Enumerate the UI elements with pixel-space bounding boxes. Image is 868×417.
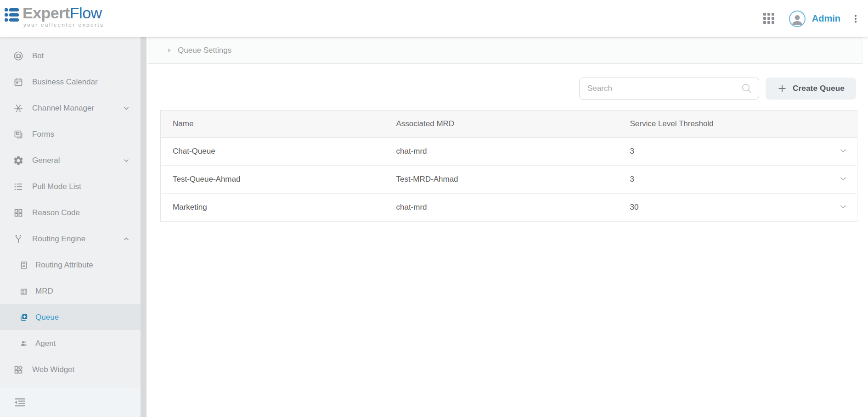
sidebar-item-pull-mode-list[interactable]: Pull Mode List [0,173,141,200]
cell-service-level-threshold: 3 [618,166,830,194]
chevron-up-icon [122,235,130,243]
document-icon [19,261,28,270]
kebab-menu-icon[interactable] [851,13,861,25]
sidebar-item-reason-code[interactable]: Reason Code [0,200,141,226]
search-icon [740,82,753,95]
channel-hub-icon [13,103,24,114]
cell-service-level-threshold: 3 [618,138,830,166]
breadcrumb: Queue Settings [148,37,862,64]
expertflow-logo: ExpertFlow your callcenter experts [5,5,104,28]
building-icon [19,287,28,296]
cell-name: Chat-Queue [161,138,384,166]
sidebar-item-label: Reason Code [32,208,80,217]
sidebar-item-label: Agent [35,339,56,348]
sidebar-scrollbar[interactable] [141,37,147,417]
page-title: Queue Settings [178,46,231,55]
widgets-icon [13,364,24,375]
person-silhouette-icon [790,12,804,26]
column-header-name: Name [161,111,384,138]
chevron-down-icon [122,104,130,112]
sidebar-item-routing-engine[interactable]: Routing Engine [0,226,141,252]
table-row: Chat-Queue chat-mrd 3 [161,138,857,166]
sidebar-item-routing-attribute[interactable]: Routing Attribute [0,252,141,278]
logo-tagline: your callcenter experts [23,22,104,28]
queue-add-icon [19,313,28,322]
cell-associated-mrd: chat-mrd [384,138,618,166]
row-expand-chevron[interactable] [838,145,848,156]
table-header-row: Name Associated MRD Service Level Thresh… [161,111,857,138]
app-header: ExpertFlow your callcenter experts Admin [0,0,868,37]
create-queue-label: Create Queue [793,84,845,93]
agents-icon [19,339,28,348]
table-row: Marketing chat-mrd 30 [161,194,857,222]
cell-name: Marketing [161,194,384,222]
expertflow-logo-icon [5,8,19,22]
list-icon [13,181,24,192]
page: ExpertFlow your callcenter experts Admin [0,0,868,417]
cell-associated-mrd: Test-MRD-Ahmad [384,166,618,194]
header-right-cluster: Admin [763,0,861,37]
sidebar-item-label: Bot [32,51,44,61]
sidebar-item-forms[interactable]: Forms [0,121,141,147]
queue-table: Name Associated MRD Service Level Thresh… [160,110,857,222]
sidebar-footer [0,388,141,417]
table-row: Test-Queue-Ahmad Test-MRD-Ahmad 3 [161,166,857,194]
user-name[interactable]: Admin [812,13,840,24]
apps-grid-icon[interactable] [763,13,775,25]
sidebar-item-label: Routing Attribute [35,261,93,270]
plus-icon [777,83,787,94]
sidebar-item-label: Forms [32,130,54,139]
column-header-associated-mrd: Associated MRD [384,111,618,138]
user-avatar[interactable] [789,11,806,27]
bot-icon [13,50,24,61]
sidebar-item-label: Routing Engine [32,234,85,244]
sidebar-nav: Bot Business Calendar [0,37,141,383]
squares-grid-icon [13,207,24,218]
logo-text: ExpertFlow your callcenter experts [23,5,104,28]
sidebar-item-channel-manager[interactable]: Channel Manager [0,95,141,121]
breadcrumb-caret-icon [166,47,173,54]
sidebar-item-web-widget[interactable]: Web Widget [0,356,141,383]
forms-icon [13,129,24,140]
column-header-expander [830,111,857,138]
cell-service-level-threshold: 30 [618,194,830,222]
cell-name: Test-Queue-Ahmad [161,166,384,194]
calendar-icon [13,77,24,88]
logo-text-flow: Flow [70,4,102,22]
route-fork-icon [13,234,24,245]
row-expand-chevron[interactable] [838,173,848,183]
sidebar-item-label: Pull Mode List [32,182,81,191]
sidebar: Bot Business Calendar [0,37,141,417]
cell-associated-mrd: chat-mrd [384,194,618,222]
sidebar-item-label: Business Calendar [32,78,98,87]
search-box [579,78,759,100]
sidebar-item-mrd[interactable]: MRD [0,278,141,304]
sidebar-item-bot[interactable]: Bot [0,43,141,69]
sidebar-item-label: Queue [35,313,59,322]
sidebar-item-queue[interactable]: Queue [0,304,141,330]
logo-text-expert: Expert [23,4,70,22]
row-expand-chevron[interactable] [838,201,848,211]
sidebar-item-label: Channel Manager [32,104,94,113]
sidebar-item-label: MRD [35,287,53,296]
sidebar-item-business-calendar[interactable]: Business Calendar [0,69,141,95]
scrollbar-thumb[interactable] [141,37,147,417]
gear-icon [13,155,24,166]
sidebar-item-agent[interactable]: Agent [0,330,141,356]
create-queue-button[interactable]: Create Queue [766,78,856,100]
sidebar-item-label: General [32,156,60,165]
sidebar-item-label: Web Widget [32,365,74,374]
column-header-service-level-threshold: Service Level Threshold [618,111,830,138]
chevron-down-icon [122,156,130,165]
collapse-sidebar-icon[interactable] [12,397,26,408]
search-input[interactable] [580,78,740,99]
sidebar-item-general[interactable]: General [0,147,141,173]
